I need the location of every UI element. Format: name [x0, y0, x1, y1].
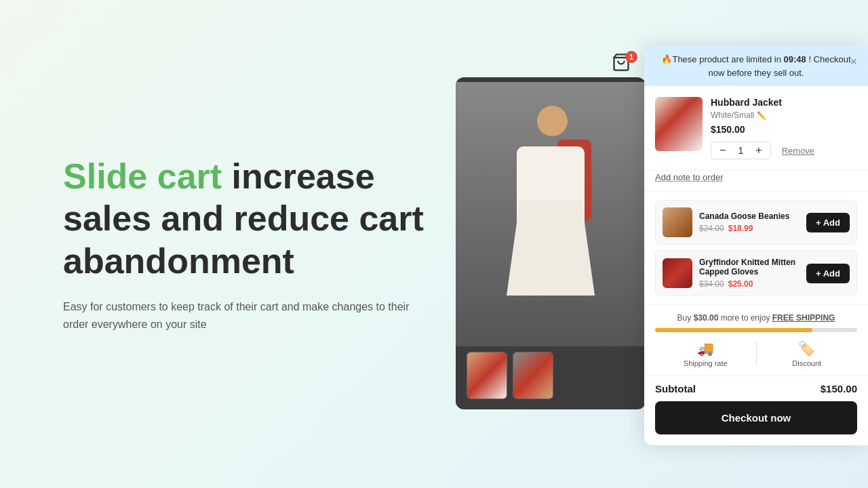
- add-note-link[interactable]: Add note to order: [655, 172, 723, 182]
- progress-bar-fill: [655, 328, 812, 332]
- discount-perk-icon: 🏷️: [798, 340, 815, 357]
- item-price: $150.00: [711, 124, 857, 135]
- shipping-text-1: Buy: [677, 313, 692, 323]
- product-main-image: [456, 82, 646, 346]
- add-rec-button-2[interactable]: + Add: [806, 264, 850, 283]
- rec-sale-price-1: $18.99: [728, 224, 753, 233]
- recommendation-item-2: Gryffindor Knitted Mitten Capped Gloves …: [655, 250, 857, 296]
- cart-icon-button[interactable]: 1: [612, 53, 637, 72]
- shipping-perk-icon: 🚚: [697, 340, 714, 357]
- dress-figure: [503, 106, 598, 323]
- hero-subtext: Easy for customers to keep track of thei…: [63, 298, 429, 333]
- headline: Slide cart increase sales and reduce car…: [63, 155, 429, 282]
- perk-discount-label: Discount: [792, 359, 821, 367]
- item-image: [655, 97, 703, 151]
- perks-row: 🚚 Shipping rate 🏷️ Discount: [655, 340, 857, 367]
- quantity-row: − 1 + Remove: [711, 142, 857, 159]
- thumbnail-strip: [456, 346, 646, 405]
- rec-original-price-2: $34.00: [699, 279, 724, 289]
- rec-info-2: Gryffindor Knitted Mitten Capped Gloves …: [699, 258, 800, 289]
- quantity-controls: − 1 +: [711, 142, 771, 159]
- countdown-timer: 09:48: [784, 54, 806, 64]
- cart-item: Hubbard Jacket White/Small ✏️ $150.00 − …: [644, 86, 868, 171]
- thumb-img-1: [467, 352, 507, 399]
- close-cart-button[interactable]: ×: [847, 53, 860, 70]
- increase-qty-button[interactable]: +: [754, 145, 763, 156]
- item-details: Hubbard Jacket White/Small ✏️ $150.00 − …: [711, 97, 857, 159]
- rec-name-1: Canada Goose Beanies: [699, 211, 800, 221]
- subtotal-amount: $150.00: [821, 383, 857, 394]
- remove-item-button[interactable]: Remove: [782, 146, 814, 156]
- quantity-value: 1: [735, 145, 746, 156]
- rec-info-1: Canada Goose Beanies $24.00 $18.99: [699, 211, 800, 233]
- rec-image-1: [663, 207, 692, 237]
- item-name: Hubbard Jacket: [711, 97, 857, 108]
- rec-image-2: [663, 258, 692, 288]
- rec-prices-2: $34.00 $25.00: [699, 279, 800, 289]
- thumbnail-1[interactable]: [467, 352, 507, 399]
- rec-prices-1: $24.00 $18.99: [699, 224, 800, 233]
- cart-item-inner: Hubbard Jacket White/Small ✏️ $150.00 − …: [655, 97, 857, 159]
- rec-name-2: Gryffindor Knitted Mitten Capped Gloves: [699, 258, 800, 277]
- edit-variant-icon[interactable]: ✏️: [757, 111, 766, 120]
- cart-badge: 1: [625, 51, 637, 63]
- decrease-qty-button[interactable]: −: [718, 145, 727, 156]
- model-head: [537, 106, 568, 136]
- variant-text: White/Small: [711, 110, 754, 120]
- thumb-img-2: [513, 352, 553, 399]
- cart-panel: × 🔥These product are limited in 09:48 ! …: [644, 46, 868, 445]
- perk-discount: 🏷️ Discount: [757, 340, 858, 367]
- item-variant: White/Small ✏️: [711, 110, 857, 120]
- shipping-progress-section: Buy $30.00 more to enjoy FREE SHIPPING 🚚…: [644, 305, 868, 376]
- rec-sale-price-2: $25.00: [728, 279, 753, 289]
- hero-section: Slide cart increase sales and reduce car…: [63, 155, 429, 333]
- free-shipping-label: FREE SHIPPING: [772, 313, 835, 323]
- recommendations-section: Canada Goose Beanies $24.00 $18.99 + Add…: [644, 192, 868, 305]
- product-image-area: [456, 77, 646, 409]
- urgency-banner: 🔥These product are limited in 09:48 ! Ch…: [644, 46, 868, 86]
- subtotal-section: Subtotal $150.00: [644, 376, 868, 401]
- perk-shipping-label: Shipping rate: [684, 359, 728, 367]
- recommendation-item-1: Canada Goose Beanies $24.00 $18.99 + Add: [655, 200, 857, 245]
- dress-skirt: [507, 201, 595, 296]
- add-rec-button-1[interactable]: + Add: [806, 213, 850, 232]
- thumbnail-2[interactable]: [513, 352, 553, 399]
- shipping-progress-text: Buy $30.00 more to enjoy FREE SHIPPING: [655, 313, 857, 323]
- headline-green: Slide cart: [63, 157, 222, 196]
- progress-bar-background: [655, 328, 857, 332]
- urgency-text-1: 🔥These product are limited in: [661, 54, 781, 64]
- checkout-button[interactable]: Checkout now: [655, 401, 857, 434]
- shipping-amount: $30.00: [694, 313, 719, 323]
- add-note-section: Add note to order: [644, 171, 868, 192]
- shipping-text-2: more to enjoy: [721, 313, 770, 323]
- perk-shipping: 🚚 Shipping rate: [655, 340, 756, 367]
- item-img-visual: [655, 97, 703, 151]
- subtotal-label: Subtotal: [655, 383, 696, 394]
- rec-original-price-1: $24.00: [699, 224, 724, 233]
